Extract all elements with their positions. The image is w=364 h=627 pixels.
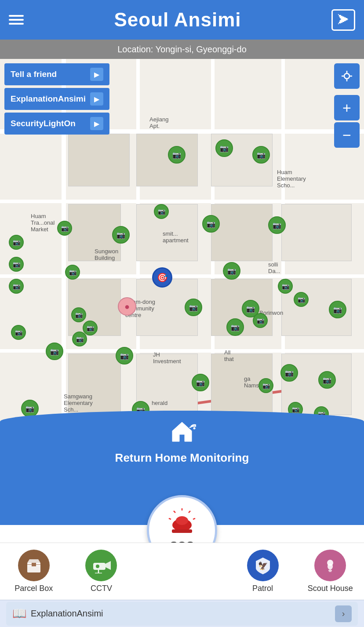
svg-line-10: [193, 518, 195, 519]
cctv-marker: 📷: [154, 204, 169, 219]
cctv-icon: [85, 550, 117, 581]
cctv-marker: 📷: [46, 343, 63, 360]
cctv-marker: 📷: [253, 313, 268, 328]
return-home-icon: [168, 419, 196, 448]
cctv-marker: 📷: [226, 318, 244, 336]
nav-item-cctv[interactable]: CCTV: [75, 550, 127, 593]
nav-item-patrol[interactable]: 🦅 Patrol: [237, 550, 289, 593]
footer-bar[interactable]: 📖 ExplanationAnsimi ›: [0, 600, 364, 627]
svg-line-7: [174, 511, 175, 513]
cctv-marker: 📷: [65, 265, 80, 280]
bottom-nav: Parcel Box CCTV 🦅 Patrol: [0, 543, 364, 600]
cctv-marker: 📷: [294, 292, 309, 307]
cctv-marker: 📷: [9, 279, 24, 294]
footer-text: ExplanationAnsimi: [31, 609, 335, 619]
cctv-marker: 📷: [268, 216, 286, 234]
location-text: Location: Yongin-si, Gyeonggi-do: [117, 44, 247, 55]
cctv-marker: 📷: [71, 307, 86, 322]
pink-marker: ●: [118, 297, 136, 316]
svg-rect-27: [329, 571, 331, 572]
scout-house-label: Scout House: [308, 584, 353, 593]
tell-friend-arrow[interactable]: ▶: [90, 68, 103, 81]
menu-dropdowns: Tell a friend ▶ ExplanationAnsimi ▶ Secu…: [4, 63, 109, 135]
explanation-arrow[interactable]: ▶: [90, 92, 103, 106]
cctv-marker: 📷: [57, 221, 72, 236]
cctv-marker: 📷: [9, 235, 24, 250]
security-light-dropdown[interactable]: SecurityLightOn ▶: [4, 113, 109, 135]
app-header: Seoul Ansimi ⮞: [0, 0, 364, 40]
tell-friend-dropdown[interactable]: Tell a friend ▶: [4, 63, 109, 85]
app-title: Seoul Ansimi: [114, 9, 241, 31]
zoom-in-button[interactable]: +: [334, 95, 360, 120]
cctv-marker: 📷: [202, 215, 220, 233]
cctv-marker: 📷: [112, 226, 130, 244]
nav-item-scout-house[interactable]: Scout House: [304, 550, 357, 593]
cctv-marker: 📷: [185, 299, 202, 316]
svg-point-5: [193, 427, 196, 430]
scout-house-icon: [314, 550, 346, 581]
map-container[interactable]: Funny AejiangApt. HuamElementaryScho... …: [0, 59, 364, 525]
svg-point-20: [96, 565, 99, 568]
menu-button[interactable]: [9, 15, 24, 25]
svg-point-12: [176, 516, 188, 525]
cctv-marker: 📷: [215, 139, 233, 157]
patrol-icon: 🦅: [247, 550, 279, 581]
svg-marker-19: [106, 561, 111, 570]
cctv-marker: 📷: [9, 257, 24, 272]
map-controls: + −: [334, 63, 360, 148]
svg-text:🦅: 🦅: [258, 561, 268, 571]
svg-point-0: [344, 73, 349, 79]
explanation-dropdown[interactable]: ExplanationAnsimi ▶: [4, 88, 109, 110]
cctv-marker: 📷: [329, 301, 346, 318]
cctv-label: CCTV: [91, 584, 112, 593]
nav-item-parcel-box[interactable]: Parcel Box: [7, 550, 60, 593]
cctv-marker: 📷: [318, 371, 336, 389]
location-bar: Location: Yongin-si, Gyeonggi-do: [0, 40, 364, 59]
patrol-label: Patrol: [252, 584, 273, 593]
cctv-marker: 📷: [192, 374, 209, 391]
locate-button[interactable]: [334, 63, 360, 89]
location-marker: 🎯: [152, 267, 172, 288]
sos-alarm-icon: [167, 508, 197, 538]
cctv-marker: 📷: [258, 378, 273, 393]
cctv-marker: 📷: [72, 332, 87, 346]
footer-arrow-button[interactable]: ›: [335, 605, 352, 622]
cctv-marker: 📷: [11, 325, 26, 340]
svg-rect-26: [328, 570, 332, 571]
svg-rect-13: [172, 529, 192, 533]
cctv-marker: 📷: [83, 321, 98, 335]
logout-button[interactable]: ⮞: [331, 9, 355, 31]
cctv-marker: 📷: [278, 279, 293, 294]
security-light-arrow[interactable]: ▶: [90, 117, 103, 130]
cctv-marker: 📷: [223, 262, 240, 280]
svg-line-8: [189, 511, 190, 513]
zoom-out-button[interactable]: −: [334, 122, 360, 148]
cctv-marker: 📷: [280, 364, 298, 382]
cctv-marker: 📷: [252, 146, 270, 164]
svg-line-9: [169, 518, 171, 519]
cctv-marker: 📷: [168, 146, 186, 164]
parcel-box-label: Parcel Box: [15, 584, 53, 593]
return-home-label: Return Home Monitoring: [115, 451, 249, 465]
cctv-marker: 📷: [116, 347, 133, 365]
parcel-box-icon: [18, 550, 50, 581]
footer-book-icon: 📖: [12, 607, 26, 620]
